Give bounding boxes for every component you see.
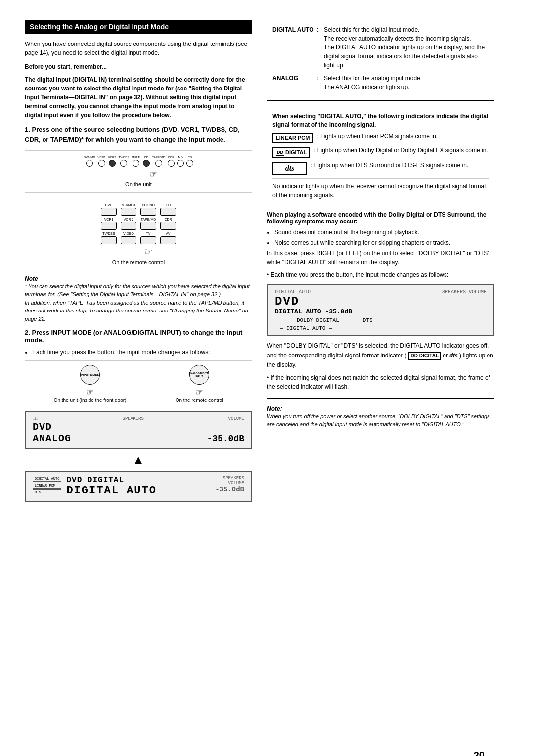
digital-auto-desc: Select this for the digital input mode. …	[324, 25, 489, 70]
volume-label-dd: VOLUME	[215, 481, 244, 486]
digital-source: DVD DIGITAL	[66, 476, 215, 485]
display2-main: DVD	[275, 295, 487, 308]
indicators-box: When selecting "DIGITAL AUTO," the follo…	[267, 107, 494, 205]
indicators-title: When selecting "DIGITAL AUTO," the follo…	[272, 112, 489, 129]
playing-bullet-1: Sound does not come out at the beginning…	[274, 228, 494, 237]
analog-indicators: □□	[33, 416, 38, 421]
analog-display-top: □□ SPEAKERS VOLUME	[33, 416, 244, 421]
analog-speakers-label: SPEAKERS	[123, 416, 144, 421]
page-wrapper: Selecting the Analog or Digital Input Mo…	[25, 20, 509, 756]
dts-indicator: DTS	[33, 489, 61, 495]
remote-input-section: ANALOG/DIGITAL INPUT ☞ On the remote con…	[176, 365, 223, 403]
dts-inline-badge: dts	[449, 352, 457, 359]
analog-display: □□ SPEAKERS VOLUME DVD ANALOG -35.0dB	[25, 411, 252, 449]
on-unit-label: On the unit	[30, 181, 247, 187]
playing-bullet-2: Noise comes out while searching for or s…	[274, 238, 494, 247]
digital-auto-indicator: DIGITAL AUTO	[33, 476, 61, 482]
body-text-1: In this case, press RIGHT (or LEFT) on t…	[267, 249, 494, 267]
right-column: DIGITAL AUTO : Select this for the digit…	[267, 20, 494, 506]
intro-text: When you have connected digital source c…	[25, 40, 252, 57]
left-column: Selecting the Analog or Digital Input Mo…	[25, 20, 252, 506]
page-number: 20	[474, 750, 485, 756]
linear-pcm-row: LINEAR PCM : Lights up when Linear PCM s…	[272, 133, 489, 143]
digital-volume-value: -35.0dB	[215, 486, 244, 493]
speakers-label-dd: SPEAKERS	[215, 476, 244, 481]
dolby-digital-row: DD DIGITAL : Lights up when Dolby Digita…	[272, 147, 489, 158]
note2-title: Note:	[267, 405, 494, 412]
digital-mode-volume: DIGITAL AUTO	[66, 485, 215, 497]
note-item-2: In addition, when "TAPE" has been assign…	[25, 299, 252, 323]
linear-pcm-desc: : Lights up when Linear PCM signals come…	[317, 133, 437, 140]
digital-auto-box: DIGITAL AUTO : Select this for the digit…	[267, 20, 494, 101]
unit-button-group: DVD/MD VCR1 VCR2 TV/DBS	[30, 156, 247, 179]
arrow-up-icon: ▲	[25, 453, 252, 467]
page-container: Selecting the Analog or Digital Input Mo…	[25, 20, 509, 506]
playing-bullets: Sound does not come out at the beginning…	[274, 228, 494, 247]
step2-number: 2.	[25, 329, 30, 336]
display2-dolby-label: DOLBY DIGITAL DTS	[275, 317, 395, 323]
digital-display: DIGITAL AUTO LINEAR PCM DTS DVD DIGITAL …	[25, 471, 252, 502]
digital-indicators-left: DIGITAL AUTO LINEAR PCM DTS	[33, 476, 61, 495]
note-divider	[267, 398, 494, 399]
body-text-2: • Each time you press the button, the in…	[267, 270, 494, 279]
unit-diagram: DVD/MD VCR1 VCR2 TV/DBS	[25, 150, 252, 193]
digital-auto-label: DIGITAL AUTO	[272, 25, 317, 70]
if-note: • If the incoming signal does not match …	[267, 373, 494, 391]
step2-bullet: Each time you press the button, the inpu…	[32, 348, 252, 356]
display2-sub: DIGITAL AUTO -35.0dB	[275, 308, 487, 315]
dts-badge: dts	[272, 162, 307, 175]
analog-entry: ANALOG : Select this for the analog inpu…	[272, 74, 489, 91]
note-item-1: * You can select the digital input only …	[25, 282, 252, 299]
step1-header: 1. Press one of the source selecting but…	[25, 125, 252, 145]
linear-pcm-indicator: LINEAR PCM	[33, 483, 61, 489]
section-title: Selecting the Analog or Digital Input Mo…	[25, 20, 252, 34]
digital-display-top: DIGITAL AUTO LINEAR PCM DTS DVD DIGITAL …	[33, 476, 244, 497]
display2-top-left: DIGITAL AUTO	[275, 289, 311, 295]
remote-diagram: DVD MD/MUX PHONO CD	[25, 198, 252, 270]
analog-volume: -35.0dB	[207, 434, 244, 444]
digital-auto-entry: DIGITAL AUTO : Select this for the digit…	[272, 25, 489, 70]
analog-volume-label: VOLUME	[228, 416, 244, 421]
input-mode-diagram: INPUT MODE ☞ On the unit (inside the fro…	[25, 360, 252, 407]
analog-mode-label: ANALOG	[272, 74, 317, 91]
on-remote-label: On the remote control	[30, 259, 247, 265]
display2-digital-auto-label: — DIGITAL AUTO —	[275, 325, 487, 331]
analog-mode: ANALOG	[33, 433, 71, 444]
dolby-digital-badge: DD DIGITAL	[272, 147, 310, 158]
linear-pcm-badge: LINEAR PCM	[272, 133, 313, 143]
display-box-2: DIGITAL AUTO SPEAKERS VOLUME DVD DIGITAL…	[267, 284, 494, 336]
display2-labels: DOLBY DIGITAL DTS	[275, 317, 487, 323]
analog-mode-desc: Select this for the analog input mode. T…	[324, 74, 489, 91]
dts-desc: : Lights up when DTS Surround or DTS-ES …	[311, 162, 468, 169]
step1-number: 1.	[25, 126, 30, 133]
note-box-2: Note: When you turn off the power or sel…	[267, 405, 494, 429]
playing-note-title: When playing a software encoded with the…	[267, 211, 494, 225]
step2-bullets: Each time you press the button, the inpu…	[32, 348, 252, 356]
dd-inline-badge: DD DIGITAL	[408, 352, 441, 360]
unit-input-section: INPUT MODE ☞ On the unit (inside the fro…	[54, 365, 127, 403]
step1-text: Press one of the source selecting button…	[25, 126, 240, 143]
note2-text: When you turn off the power or select an…	[267, 412, 494, 429]
display2-top: DIGITAL AUTO SPEAKERS VOLUME	[275, 289, 487, 295]
dolby-digital-desc: : Lights up when Dolby Digital or Dolby …	[314, 147, 488, 154]
analog-source: DVD	[33, 421, 52, 433]
analog-display-main: DVD	[33, 421, 244, 433]
input-mode-button: INPUT MODE	[80, 365, 100, 385]
dts-row: dts : Lights up when DTS Surround or DTS…	[272, 162, 489, 175]
digital-right-labels: SPEAKERS VOLUME -35.0dB	[215, 476, 244, 493]
before-you-start-label: Before you start, remember...	[25, 62, 252, 71]
no-indicator-row: No indicator lights up when the receiver…	[272, 178, 489, 200]
note-title: Note	[25, 275, 252, 282]
dolby-selected-note: When "DOLBY DIGITAL" or "DTS" is selecte…	[267, 341, 494, 369]
analog-digital-button: ANALOG/DIGITAL INPUT	[189, 365, 209, 385]
display2-top-right: SPEAKERS VOLUME	[442, 289, 487, 295]
step2-text: Press INPUT MODE (or ANALOG/DIGITAL INPU…	[25, 329, 242, 344]
note-box: Note * You can select the digital input …	[25, 275, 252, 323]
bold-note-text: The digital input (DIGITAL IN) terminal …	[25, 75, 252, 120]
step2-header: 2. Press INPUT MODE (or ANALOG/DIGITAL I…	[25, 329, 252, 344]
